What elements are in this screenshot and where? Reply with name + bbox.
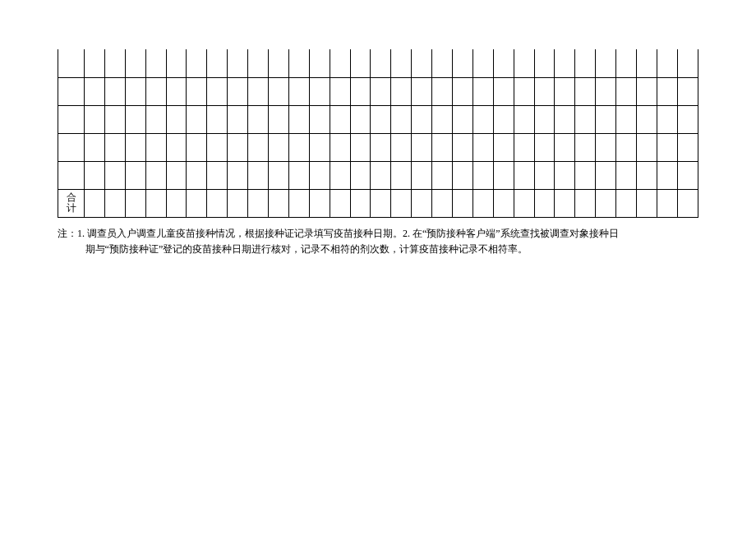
table-cell (288, 105, 309, 133)
table-cell (493, 161, 514, 189)
table-cell (412, 77, 432, 105)
table-cell (309, 49, 330, 77)
table-cell (350, 49, 371, 77)
table-cell (166, 77, 187, 105)
table-cell (269, 105, 289, 133)
table-cell (125, 105, 145, 133)
table-cell (248, 161, 269, 189)
table-cell (330, 49, 350, 77)
table-cell (596, 133, 616, 161)
table-cell (534, 161, 555, 189)
table-cell (596, 49, 616, 77)
footnote-prefix: 注： (58, 228, 77, 239)
table-cell (269, 77, 289, 105)
table-cell (637, 133, 657, 161)
footnote-line1: 注：1. 调查员入户调查儿童疫苗接种情况，根据接种证记录填写疫苗接种日期。2. … (58, 226, 698, 242)
table-cell (391, 161, 412, 189)
footnote-item1-num: 1. (77, 228, 85, 239)
table-cell (493, 105, 514, 133)
table-cell (637, 161, 657, 189)
table-cell (575, 189, 596, 217)
table-cell (453, 105, 473, 133)
table-cell (514, 105, 534, 133)
table-row (58, 49, 698, 77)
table-cell (228, 105, 248, 133)
table-cell (104, 161, 125, 189)
table-row (58, 161, 698, 189)
table-cell (269, 189, 289, 217)
table-cell (514, 77, 534, 105)
table-cell (493, 77, 514, 105)
table-cell (534, 77, 555, 105)
table-row (58, 77, 698, 105)
table-cell (350, 189, 371, 217)
table-cell (125, 133, 145, 161)
footnote-block: 注：1. 调查员入户调查儿童疫苗接种情况，根据接种证记录填写疫苗接种日期。2. … (58, 226, 698, 257)
table-cell (288, 49, 309, 77)
total-label-cell: 合 计 (58, 189, 85, 217)
table-cell (575, 49, 596, 77)
table-cell (269, 161, 289, 189)
table-cell (58, 161, 85, 189)
table-cell (207, 161, 228, 189)
table-cell (104, 189, 125, 217)
table-cell (248, 105, 269, 133)
footnote-item2-text-part1: 在“预防接种客户端”系统查找被调查对象接种日 (413, 228, 619, 239)
table-cell (85, 189, 105, 217)
table-row (58, 133, 698, 161)
table-cell (472, 189, 493, 217)
table-cell (412, 133, 432, 161)
table-cell (596, 105, 616, 133)
table-cell (145, 49, 166, 77)
table-cell (288, 189, 309, 217)
table-cell (555, 161, 575, 189)
table-cell (187, 77, 207, 105)
footnote-item1-text: 调查员入户调查儿童疫苗接种情况，根据接种证记录填写疫苗接种日期。 (87, 228, 403, 239)
table-cell (616, 49, 637, 77)
table-cell (309, 189, 330, 217)
footnote-item2-text-part2: 期与“预防接种证”登记的疫苗接种日期进行核对，记录不相符的剂次数，计算疫苗接种记… (85, 243, 528, 255)
table-cell (166, 105, 187, 133)
table-cell (330, 133, 350, 161)
table-cell (85, 133, 105, 161)
table-cell (391, 105, 412, 133)
table-cell (309, 105, 330, 133)
table-cell (248, 133, 269, 161)
table-cell (472, 161, 493, 189)
table-cell (391, 49, 412, 77)
table-cell (330, 105, 350, 133)
table-cell (616, 105, 637, 133)
table-cell (514, 189, 534, 217)
document-page: 合 计 (0, 0, 756, 257)
table-cell (125, 49, 145, 77)
table-cell (85, 105, 105, 133)
table-cell (288, 161, 309, 189)
table-cell (616, 133, 637, 161)
table-cell (58, 105, 85, 133)
table-cell (432, 77, 453, 105)
table-cell (677, 105, 698, 133)
table-cell (145, 105, 166, 133)
table-cell (453, 49, 473, 77)
table-cell (371, 77, 391, 105)
table-cell (85, 161, 105, 189)
table-cell (371, 133, 391, 161)
table-cell (575, 77, 596, 105)
table-cell (596, 77, 616, 105)
table-cell (248, 49, 269, 77)
table-cell (125, 189, 145, 217)
table-cell (534, 105, 555, 133)
table-cell (677, 77, 698, 105)
footnote-line2: 期与“预防接种证”登记的疫苗接种日期进行核对，记录不相符的剂次数，计算疫苗接种记… (58, 242, 698, 257)
table-cell (371, 49, 391, 77)
table-cell (432, 105, 453, 133)
table-cell (412, 161, 432, 189)
table-cell (330, 189, 350, 217)
table-cell (657, 161, 677, 189)
table-cell (145, 77, 166, 105)
table-cell (555, 105, 575, 133)
table-cell (309, 77, 330, 105)
table-cell (104, 77, 125, 105)
table-cell (514, 161, 534, 189)
table-cell (616, 189, 637, 217)
